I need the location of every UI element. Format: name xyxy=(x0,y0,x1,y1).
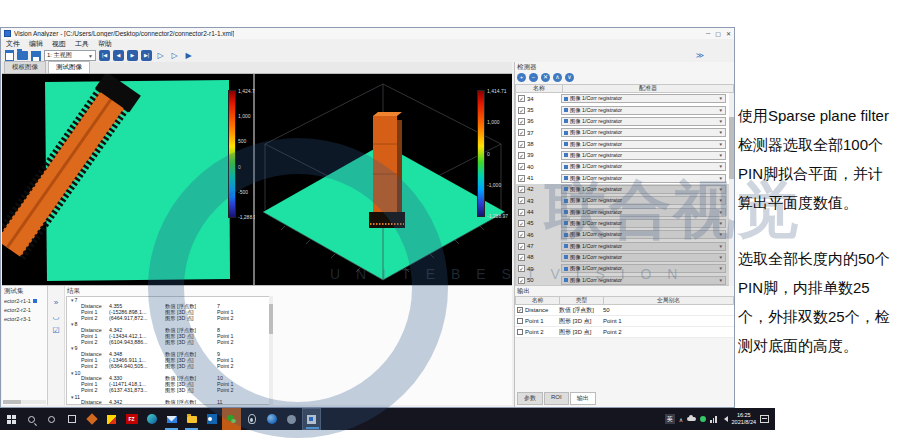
output-checkbox[interactable] xyxy=(517,307,523,313)
registrator-dropdown[interactable]: 图像 1/Corr registrator ▼ xyxy=(561,276,726,285)
detector-row[interactable]: ✓ 38 图像 1/Corr registrator ▼ xyxy=(516,138,733,149)
registrator-dropdown[interactable]: 图像 1/Corr registrator ▼ xyxy=(561,253,726,262)
detector-row[interactable]: ✓ 44 图像 1/Corr registrator ▼ xyxy=(516,206,733,217)
start-button[interactable] xyxy=(2,408,21,430)
output-row[interactable]: Point 1 图形 [3D 点] Point 1 xyxy=(515,316,734,327)
open-file-icon[interactable] xyxy=(17,51,28,60)
detector-checkbox[interactable]: ✓ xyxy=(518,186,525,193)
action-center-icon[interactable] xyxy=(760,415,769,423)
detector-checkbox[interactable]: ✓ xyxy=(518,163,525,170)
results-row[interactable]: ▾ Point 2 (6464.917,872... 图形 [3D 点] Poi… xyxy=(67,315,271,321)
menu-item[interactable]: 视图 xyxy=(52,39,66,49)
registrator-dropdown[interactable]: 图像 1/Corr registrator ▼ xyxy=(561,230,726,239)
results-vscrollbar[interactable] xyxy=(269,296,273,405)
detector-row[interactable]: ✓ 35 图像 1/Corr registrator ▼ xyxy=(516,104,733,115)
ime-indicator[interactable]: 英 xyxy=(665,414,675,424)
step-first-button[interactable]: |◀ xyxy=(99,50,110,61)
network-icon[interactable] xyxy=(710,416,717,423)
taskbar-app-outlook[interactable] xyxy=(202,408,221,430)
taskbar-app-sticky-notes[interactable] xyxy=(102,408,121,430)
results-row[interactable]: ▾ Distance 4.342 数值 [浮点数] 11 xyxy=(67,400,271,405)
checklist-icon[interactable]: ☑ xyxy=(52,326,59,335)
run-all-button[interactable]: ▶ xyxy=(183,50,194,61)
viewport-3d-view[interactable]: 1,414.71 1,000 0 -1,000 -1,288.97 xyxy=(255,74,512,285)
detector-row[interactable]: ✓ 42 图像 1/Corr registrator ▼ xyxy=(516,184,733,195)
detector-row[interactable]: ✓ 39 图像 1/Corr registrator ▼ xyxy=(516,150,733,161)
detector-checkbox[interactable]: ✓ xyxy=(518,277,525,284)
detector-checkbox[interactable]: ✓ xyxy=(518,141,525,148)
menu-item[interactable]: 文件 xyxy=(6,39,20,49)
registrator-dropdown[interactable]: 图像 1/Corr registrator ▼ xyxy=(561,128,726,137)
detector-bottom-tab[interactable]: 输出 xyxy=(570,392,596,405)
results-row[interactable]: ▾ Point 2 (6364.940,505... 图形 [3D 点] Poi… xyxy=(67,364,271,370)
detector-checkbox[interactable]: ✓ xyxy=(518,129,525,136)
detector-toolbar-button[interactable]: ✕ xyxy=(541,73,550,82)
detector-checkbox[interactable]: ✓ xyxy=(518,231,525,238)
taskbar-app-mail[interactable] xyxy=(162,408,181,430)
output-checkbox[interactable] xyxy=(517,318,523,324)
detector-bottom-tab[interactable]: 参数 xyxy=(517,392,543,405)
detector-checkbox[interactable]: ✓ xyxy=(518,254,525,261)
registrator-dropdown[interactable]: 图像 1/Corr registrator ▼ xyxy=(561,94,726,103)
tray-expand-icon[interactable]: ∧ xyxy=(679,416,683,423)
taskbar-app-filezilla[interactable]: FZ xyxy=(122,408,141,430)
detector-row[interactable]: ✓ 46 图像 1/Corr registrator ▼ xyxy=(516,229,733,240)
registrator-dropdown[interactable]: 图像 1/Corr registrator ▼ xyxy=(561,208,726,217)
volume-icon[interactable] xyxy=(721,416,728,422)
taskbar-app-edge[interactable] xyxy=(142,408,161,430)
menu-item[interactable]: 帮助 xyxy=(98,39,112,49)
detector-checkbox[interactable]: ✓ xyxy=(518,175,525,182)
compare-icon[interactable]: ◡ xyxy=(53,312,60,321)
run-test-button[interactable]: ▷ xyxy=(169,50,180,61)
taskbar-clock[interactable]: 16:25 2021/8/24 xyxy=(732,412,756,425)
step-back-button[interactable]: ◀ xyxy=(113,50,124,61)
registrator-dropdown[interactable]: 图像 1/Corr registrator ▼ xyxy=(561,219,726,228)
detector-row[interactable]: ✓ 40 图像 1/Corr registrator ▼ xyxy=(516,161,733,172)
step-forward-button[interactable]: ▶ xyxy=(127,50,138,61)
taskbar-app-vision-analyzer[interactable] xyxy=(302,408,321,430)
registrator-dropdown[interactable]: 图像 1/Corr registrator ▼ xyxy=(561,151,726,160)
registrator-dropdown[interactable]: 图像 1/Corr registrator ▼ xyxy=(561,264,726,273)
detector-toolbar-button[interactable]: − xyxy=(529,73,538,82)
output-checkbox[interactable] xyxy=(517,329,523,335)
registrator-dropdown[interactable]: 图像 1/Corr registrator ▼ xyxy=(561,174,726,183)
detector-checkbox[interactable]: ✓ xyxy=(518,107,525,114)
registrator-dropdown[interactable]: 图像 1/Corr registrator ▼ xyxy=(561,106,726,115)
testset-item[interactable]: ector2-r1-1 xyxy=(2,296,47,305)
taskbar-app-file-explorer[interactable] xyxy=(182,408,201,430)
taskbar-app-hand[interactable] xyxy=(82,408,101,430)
registrator-dropdown[interactable]: 图像 1/Corr registrator ▼ xyxy=(561,140,726,149)
detector-row[interactable]: ✓ 49 图像 1/Corr registrator ▼ xyxy=(516,263,733,274)
detector-row[interactable]: ✓ 41 图像 1/Corr registrator ▼ xyxy=(516,172,733,183)
output-row[interactable]: Point 2 图形 [3D 点] Point 2 xyxy=(515,327,734,338)
toolbar-overflow-icon[interactable]: ≫ xyxy=(696,51,730,60)
registrator-dropdown[interactable]: 图像 1/Corr registrator ▼ xyxy=(561,117,726,126)
detector-checkbox[interactable]: ✓ xyxy=(518,197,525,204)
taskbar-app-qq[interactable] xyxy=(242,408,261,430)
new-file-icon[interactable] xyxy=(5,50,14,61)
detector-toolbar-button[interactable]: ∨ xyxy=(565,73,574,82)
detector-row[interactable]: ✓ 43 图像 1/Corr registrator ▼ xyxy=(516,195,733,206)
menu-item[interactable]: 工具 xyxy=(75,39,89,49)
cortana-icon[interactable] xyxy=(42,408,61,430)
detector-vscrollbar[interactable] xyxy=(729,93,734,286)
detector-row[interactable]: ✓ 50 图像 1/Corr registrator ▼ xyxy=(516,275,733,286)
view-selector-dropdown[interactable]: 1: 主视图 ▼ xyxy=(44,50,96,61)
task-view-icon[interactable] xyxy=(62,408,81,430)
testset-item[interactable]: ector2-r3-1 xyxy=(2,314,47,323)
taskbar-app-browser[interactable] xyxy=(262,408,281,430)
detector-checkbox[interactable]: ✓ xyxy=(518,243,525,250)
taskbar-app-misc[interactable] xyxy=(282,408,301,430)
results-row[interactable]: ▾ Point 2 (6137.431,873... 图形 [3D 点] Poi… xyxy=(67,388,271,394)
onedrive-icon[interactable] xyxy=(687,417,696,421)
detector-checkbox[interactable]: ✓ xyxy=(518,95,525,102)
save-icon[interactable] xyxy=(31,51,41,61)
detector-bottom-tab[interactable]: ROI xyxy=(544,392,569,405)
detector-toolbar-button[interactable]: + xyxy=(517,73,526,82)
close-icon[interactable]: ✕ xyxy=(726,30,731,37)
status-dot-icon[interactable] xyxy=(700,416,706,422)
registrator-dropdown[interactable]: 图像 1/Corr registrator ▼ xyxy=(561,242,726,251)
step-last-button[interactable]: ▶| xyxy=(141,50,152,61)
detector-checkbox[interactable]: ✓ xyxy=(518,152,525,159)
registrator-dropdown[interactable]: 图像 1/Corr registrator ▼ xyxy=(561,162,726,171)
